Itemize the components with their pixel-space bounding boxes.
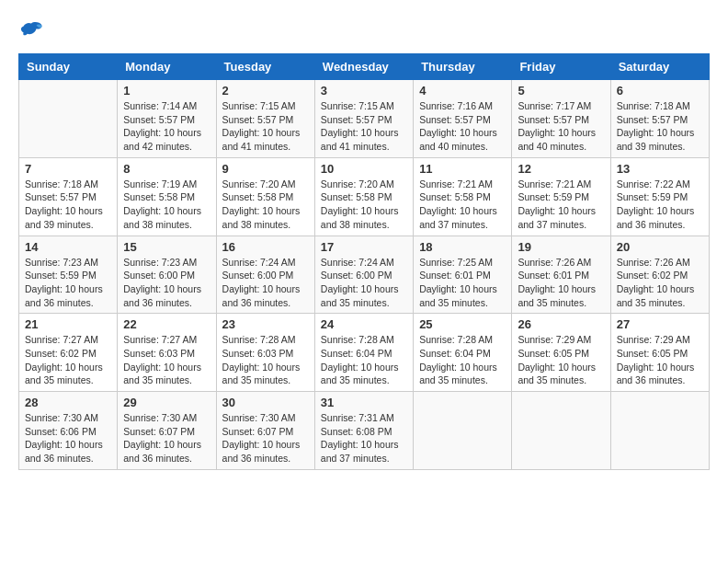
day-info: Sunrise: 7:27 AMSunset: 6:02 PMDaylight:… [25, 334, 103, 385]
day-number: 20 [617, 240, 703, 254]
day-number: 29 [123, 396, 210, 409]
week-row-5: 28 Sunrise: 7:30 AMSunset: 6:06 PMDaylig… [19, 392, 710, 470]
day-info: Sunrise: 7:21 AMSunset: 5:58 PMDaylight:… [419, 178, 497, 230]
calendar-cell: 31 Sunrise: 7:31 AMSunset: 6:08 PMDaylig… [314, 392, 413, 470]
day-number: 14 [25, 240, 111, 254]
day-info: Sunrise: 7:19 AMSunset: 5:58 PMDaylight:… [123, 178, 201, 230]
day-info: Sunrise: 7:23 AMSunset: 5:59 PMDaylight:… [25, 257, 103, 308]
col-header-monday: Monday [118, 54, 216, 80]
calendar-cell: 17 Sunrise: 7:24 AMSunset: 6:00 PMDaylig… [314, 236, 413, 314]
logo [18, 18, 48, 44]
day-info: Sunrise: 7:29 AMSunset: 6:05 PMDaylight:… [617, 334, 695, 385]
day-number: 9 [222, 162, 309, 176]
calendar-cell: 25 Sunrise: 7:28 AMSunset: 6:04 PMDaylig… [414, 314, 512, 392]
calendar-cell: 23 Sunrise: 7:28 AMSunset: 6:03 PMDaylig… [216, 314, 314, 392]
day-number: 7 [25, 162, 111, 176]
calendar-cell [414, 392, 512, 470]
calendar-cell: 29 Sunrise: 7:30 AMSunset: 6:07 PMDaylig… [118, 392, 216, 470]
calendar-cell: 20 Sunrise: 7:26 AMSunset: 6:02 PMDaylig… [610, 236, 709, 314]
day-number: 1 [123, 84, 210, 98]
calendar-cell [19, 80, 118, 158]
calendar-cell: 15 Sunrise: 7:23 AMSunset: 6:00 PMDaylig… [118, 236, 216, 314]
day-number: 4 [419, 84, 506, 98]
col-header-thursday: Thursday [414, 54, 512, 80]
day-info: Sunrise: 7:30 AMSunset: 6:07 PMDaylight:… [222, 412, 301, 464]
day-number: 21 [25, 317, 111, 331]
col-header-sunday: Sunday [19, 54, 118, 80]
day-number: 12 [518, 162, 604, 176]
day-number: 8 [123, 162, 210, 176]
day-number: 19 [518, 240, 604, 254]
page-header [18, 18, 710, 44]
calendar-cell: 27 Sunrise: 7:29 AMSunset: 6:05 PMDaylig… [610, 314, 709, 392]
day-info: Sunrise: 7:18 AMSunset: 5:57 PMDaylight:… [617, 100, 695, 152]
day-info: Sunrise: 7:29 AMSunset: 6:05 PMDaylight:… [518, 334, 596, 385]
calendar-cell: 16 Sunrise: 7:24 AMSunset: 6:00 PMDaylig… [216, 236, 314, 314]
calendar-cell: 4 Sunrise: 7:16 AMSunset: 5:57 PMDayligh… [414, 80, 512, 158]
calendar-cell: 30 Sunrise: 7:30 AMSunset: 6:07 PMDaylig… [216, 392, 314, 470]
day-info: Sunrise: 7:25 AMSunset: 6:01 PMDaylight:… [419, 257, 497, 308]
day-info: Sunrise: 7:28 AMSunset: 6:03 PMDaylight:… [222, 334, 301, 385]
col-header-friday: Friday [512, 54, 610, 80]
calendar-cell: 11 Sunrise: 7:21 AMSunset: 5:58 PMDaylig… [414, 157, 512, 236]
day-info: Sunrise: 7:22 AMSunset: 5:59 PMDaylight:… [617, 178, 695, 230]
day-info: Sunrise: 7:27 AMSunset: 6:03 PMDaylight:… [123, 334, 201, 385]
calendar-cell: 12 Sunrise: 7:21 AMSunset: 5:59 PMDaylig… [512, 157, 610, 236]
calendar-cell: 1 Sunrise: 7:14 AMSunset: 5:57 PMDayligh… [118, 80, 216, 158]
day-info: Sunrise: 7:17 AMSunset: 5:57 PMDaylight:… [518, 100, 596, 152]
day-info: Sunrise: 7:26 AMSunset: 6:01 PMDaylight:… [518, 257, 596, 308]
day-info: Sunrise: 7:15 AMSunset: 5:57 PMDaylight:… [321, 100, 399, 152]
day-info: Sunrise: 7:31 AMSunset: 6:08 PMDaylight:… [321, 412, 399, 464]
day-number: 27 [617, 317, 703, 331]
calendar-cell: 3 Sunrise: 7:15 AMSunset: 5:57 PMDayligh… [314, 80, 413, 158]
calendar-cell: 10 Sunrise: 7:20 AMSunset: 5:58 PMDaylig… [314, 157, 413, 236]
calendar-cell [512, 392, 610, 470]
day-number: 25 [419, 317, 506, 331]
day-number: 22 [123, 317, 210, 331]
day-info: Sunrise: 7:28 AMSunset: 6:04 PMDaylight:… [321, 334, 399, 385]
day-info: Sunrise: 7:21 AMSunset: 5:59 PMDaylight:… [518, 178, 596, 230]
day-number: 6 [617, 84, 703, 98]
calendar-cell: 19 Sunrise: 7:26 AMSunset: 6:01 PMDaylig… [512, 236, 610, 314]
day-number: 13 [617, 162, 703, 176]
day-info: Sunrise: 7:16 AMSunset: 5:57 PMDaylight:… [419, 100, 497, 152]
week-row-2: 7 Sunrise: 7:18 AMSunset: 5:57 PMDayligh… [19, 157, 710, 236]
calendar-cell: 22 Sunrise: 7:27 AMSunset: 6:03 PMDaylig… [118, 314, 216, 392]
day-number: 26 [518, 317, 604, 331]
day-info: Sunrise: 7:15 AMSunset: 5:57 PMDaylight:… [222, 100, 301, 152]
calendar-cell: 18 Sunrise: 7:25 AMSunset: 6:01 PMDaylig… [414, 236, 512, 314]
day-info: Sunrise: 7:24 AMSunset: 6:00 PMDaylight:… [321, 257, 399, 308]
day-info: Sunrise: 7:24 AMSunset: 6:00 PMDaylight:… [222, 257, 301, 308]
calendar-cell [610, 392, 709, 470]
calendar-cell: 28 Sunrise: 7:30 AMSunset: 6:06 PMDaylig… [19, 392, 118, 470]
col-header-saturday: Saturday [610, 54, 709, 80]
calendar-cell: 8 Sunrise: 7:19 AMSunset: 5:58 PMDayligh… [118, 157, 216, 236]
calendar-cell: 26 Sunrise: 7:29 AMSunset: 6:05 PMDaylig… [512, 314, 610, 392]
week-row-4: 21 Sunrise: 7:27 AMSunset: 6:02 PMDaylig… [19, 314, 710, 392]
day-number: 24 [321, 317, 407, 331]
day-number: 28 [25, 396, 111, 409]
day-number: 17 [321, 240, 407, 254]
day-number: 11 [419, 162, 506, 176]
calendar-body: 1 Sunrise: 7:14 AMSunset: 5:57 PMDayligh… [19, 80, 710, 470]
calendar-header-row: SundayMondayTuesdayWednesdayThursdayFrid… [19, 54, 710, 80]
day-number: 3 [321, 84, 407, 98]
day-number: 10 [321, 162, 407, 176]
day-info: Sunrise: 7:20 AMSunset: 5:58 PMDaylight:… [222, 178, 301, 230]
day-info: Sunrise: 7:20 AMSunset: 5:58 PMDaylight:… [321, 178, 399, 230]
calendar-cell: 7 Sunrise: 7:18 AMSunset: 5:57 PMDayligh… [19, 157, 118, 236]
day-number: 15 [123, 240, 210, 254]
day-info: Sunrise: 7:30 AMSunset: 6:07 PMDaylight:… [123, 412, 201, 464]
day-number: 5 [518, 84, 604, 98]
week-row-3: 14 Sunrise: 7:23 AMSunset: 5:59 PMDaylig… [19, 236, 710, 314]
day-number: 30 [222, 396, 309, 409]
day-info: Sunrise: 7:26 AMSunset: 6:02 PMDaylight:… [617, 257, 695, 308]
calendar-cell: 2 Sunrise: 7:15 AMSunset: 5:57 PMDayligh… [216, 80, 314, 158]
day-number: 18 [419, 240, 506, 254]
calendar-cell: 13 Sunrise: 7:22 AMSunset: 5:59 PMDaylig… [610, 157, 709, 236]
logo-bird-icon [18, 18, 44, 44]
day-info: Sunrise: 7:30 AMSunset: 6:06 PMDaylight:… [25, 412, 103, 464]
calendar-cell: 6 Sunrise: 7:18 AMSunset: 5:57 PMDayligh… [610, 80, 709, 158]
day-number: 23 [222, 317, 309, 331]
calendar-cell: 5 Sunrise: 7:17 AMSunset: 5:57 PMDayligh… [512, 80, 610, 158]
